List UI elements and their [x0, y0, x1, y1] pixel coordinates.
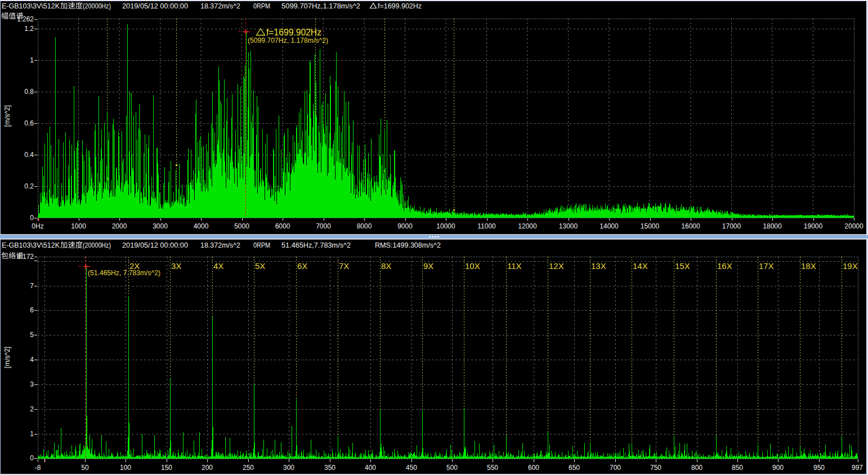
- svg-text:2019/05/12 00:00:00: 2019/05/12 00:00:00: [122, 241, 188, 249]
- svg-text:250: 250: [243, 464, 254, 472]
- svg-text:(51.465Hz, 7.783m/s^2): (51.465Hz, 7.783m/s^2): [88, 269, 160, 277]
- svg-text:7X: 7X: [339, 261, 349, 271]
- svg-text:5X: 5X: [255, 261, 265, 271]
- svg-text:550: 550: [487, 464, 498, 472]
- svg-text:11X: 11X: [507, 261, 522, 271]
- svg-text:18.372m/s^2: 18.372m/s^2: [200, 241, 240, 249]
- svg-text:5099.707Hz,1.178m/s^2: 5099.707Hz,1.178m/s^2: [281, 2, 360, 10]
- svg-text:15000: 15000: [641, 222, 660, 230]
- svg-text:5: 5: [30, 331, 34, 339]
- svg-text:0.8: 0.8: [24, 88, 34, 96]
- svg-text:f=1699.902Hz: f=1699.902Hz: [266, 28, 321, 37]
- svg-text:0.4: 0.4: [24, 151, 34, 159]
- svg-text:f=1699.902Hz: f=1699.902Hz: [378, 2, 422, 10]
- svg-text:0.6: 0.6: [24, 119, 34, 127]
- svg-text:17000: 17000: [722, 222, 741, 230]
- svg-text:(5099.707Hz, 1.178m/s^2): (5099.707Hz, 1.178m/s^2): [248, 37, 328, 44]
- svg-text:18000: 18000: [763, 222, 782, 230]
- svg-text:0RPM: 0RPM: [253, 241, 270, 249]
- svg-text:600: 600: [528, 464, 539, 472]
- svg-text:(20000Hz): (20000Hz): [83, 241, 111, 249]
- svg-text:6X: 6X: [297, 261, 307, 271]
- svg-text:200: 200: [202, 464, 213, 472]
- svg-text:3000: 3000: [153, 222, 168, 230]
- svg-text:0Hz: 0Hz: [32, 222, 43, 230]
- svg-text:[m/s^2]: [m/s^2]: [3, 347, 11, 368]
- svg-text:9X: 9X: [423, 261, 433, 271]
- svg-text:(20000Hz): (20000Hz): [83, 2, 111, 10]
- svg-text:13000: 13000: [559, 222, 578, 230]
- svg-text:18X: 18X: [801, 261, 816, 271]
- svg-text:850: 850: [732, 464, 743, 472]
- svg-text:2: 2: [30, 405, 34, 413]
- svg-text:1: 1: [30, 430, 34, 438]
- svg-text:19000: 19000: [804, 222, 823, 230]
- svg-text:16X: 16X: [717, 261, 732, 271]
- svg-text:0.2: 0.2: [24, 182, 34, 190]
- svg-text:12000: 12000: [518, 222, 537, 230]
- svg-text:700: 700: [610, 464, 621, 472]
- svg-text:[m/s^2]: [m/s^2]: [3, 105, 11, 127]
- svg-text:8000: 8000: [357, 222, 372, 230]
- svg-text:3: 3: [30, 380, 34, 388]
- svg-text:100: 100: [120, 464, 131, 472]
- svg-text:2019/05/12 00:00:00: 2019/05/12 00:00:00: [122, 2, 188, 10]
- svg-text:500: 500: [446, 464, 458, 472]
- svg-text:RMS:1499.308m/s^2: RMS:1499.308m/s^2: [375, 241, 441, 249]
- svg-text:450: 450: [406, 464, 417, 472]
- svg-text:20000: 20000: [844, 222, 863, 230]
- svg-text:400: 400: [365, 464, 376, 472]
- svg-text:51.465Hz,7.783m/s^2: 51.465Hz,7.783m/s^2: [281, 241, 351, 249]
- svg-text:1: 1: [30, 56, 34, 64]
- svg-text:900: 900: [772, 464, 784, 472]
- svg-text:18.372m/s^2: 18.372m/s^2: [200, 2, 240, 10]
- svg-text:4: 4: [30, 356, 34, 364]
- svg-text:50: 50: [81, 464, 89, 472]
- svg-text:15X: 15X: [675, 261, 690, 271]
- svg-text:6: 6: [30, 306, 34, 314]
- svg-text:300: 300: [283, 464, 294, 472]
- svg-text:800: 800: [691, 464, 703, 472]
- svg-text:1000: 1000: [71, 222, 86, 230]
- svg-text:12X: 12X: [549, 261, 564, 271]
- svg-text:16000: 16000: [681, 222, 700, 230]
- svg-text:0: 0: [30, 454, 34, 462]
- svg-text:17X: 17X: [759, 261, 774, 271]
- svg-text:950: 950: [813, 464, 825, 472]
- svg-text:11000: 11000: [477, 222, 496, 230]
- svg-text:6000: 6000: [275, 222, 290, 230]
- svg-text:14X: 14X: [633, 261, 648, 271]
- svg-text:-8: -8: [35, 464, 41, 472]
- svg-text:9000: 9000: [397, 222, 413, 230]
- svg-text:19X: 19X: [843, 261, 858, 271]
- svg-text:997: 997: [852, 464, 863, 472]
- svg-text:E-GB103\3V\512K: E-GB103\3V\512K: [2, 2, 60, 10]
- svg-text:1.2: 1.2: [24, 25, 34, 33]
- svg-text:750: 750: [650, 464, 661, 472]
- svg-text:13X: 13X: [591, 261, 606, 271]
- svg-text:150: 150: [161, 464, 172, 472]
- svg-text:5000: 5000: [234, 222, 249, 230]
- svg-text:0: 0: [30, 214, 34, 222]
- svg-text:E-GB103\3V\512K: E-GB103\3V\512K: [2, 241, 60, 249]
- svg-text:8X: 8X: [381, 261, 391, 271]
- svg-text:14000: 14000: [599, 222, 619, 230]
- svg-text:7000: 7000: [316, 222, 331, 230]
- svg-text:4X: 4X: [213, 261, 223, 271]
- svg-text:4000: 4000: [194, 222, 209, 230]
- svg-text:350: 350: [324, 464, 335, 472]
- svg-text:10X: 10X: [465, 261, 480, 271]
- svg-text:650: 650: [569, 464, 580, 472]
- svg-text:0RPM: 0RPM: [253, 2, 270, 10]
- svg-text:7: 7: [30, 282, 34, 290]
- svg-text:2000: 2000: [112, 222, 127, 230]
- svg-text:3X: 3X: [171, 261, 181, 271]
- svg-text:10000: 10000: [436, 222, 455, 230]
